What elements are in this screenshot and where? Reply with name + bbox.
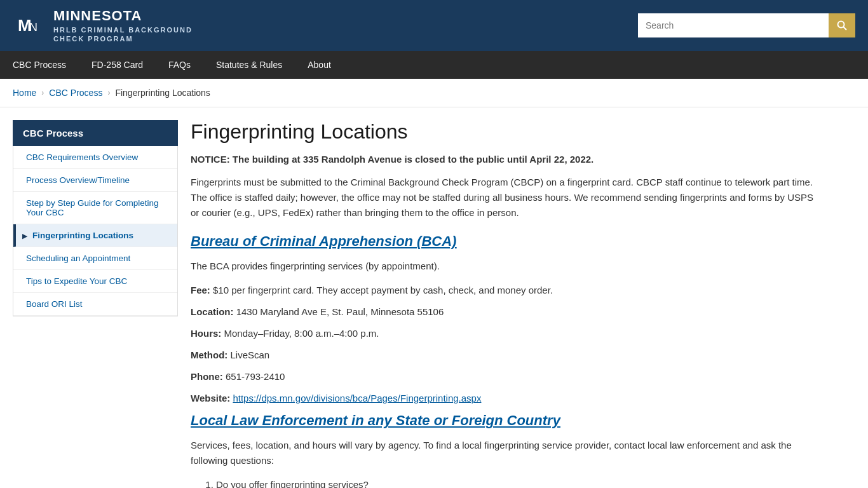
- page-title: Fingerprinting Locations: [191, 120, 813, 144]
- site-header: M N MINNESOTA HRLB CRIMINAL BACKGROUND C…: [0, 0, 868, 51]
- local-law-description: Services, fees, location, and hours will…: [191, 438, 813, 468]
- bca-hours: Hours: Monday–Friday, 8:00 a.m.–4:00 p.m…: [191, 326, 813, 341]
- search-icon: [837, 20, 847, 30]
- svg-point-3: [838, 22, 844, 28]
- sidebar-item-process-overview[interactable]: Process Overview/Timeline: [13, 169, 177, 192]
- agency-subtitle-line2: CHECK PROGRAM: [53, 34, 193, 43]
- logo-area: M N MINNESOTA HRLB CRIMINAL BACKGROUND C…: [13, 7, 193, 43]
- sidebar: CBC Process CBC Requirements Overview Pr…: [13, 120, 178, 488]
- svg-line-4: [844, 27, 847, 30]
- svg-text:N: N: [29, 21, 37, 34]
- list-item-1: Do you offer fingerprinting services?: [216, 477, 813, 488]
- search-button[interactable]: [829, 13, 855, 37]
- bca-method-label: Method:: [191, 349, 227, 360]
- local-law-heading[interactable]: Local Law Enforcement in any State or Fo…: [191, 412, 813, 429]
- intro-text: Fingerprints must be submitted to the Cr…: [191, 175, 813, 220]
- agency-subtitle-line1: HRLB CRIMINAL BACKGROUND: [53, 25, 193, 34]
- bca-hours-label: Hours:: [191, 328, 221, 339]
- search-area: [638, 13, 855, 37]
- sidebar-item-step-by-step[interactable]: Step by Step Guide for Completing Your C…: [13, 192, 177, 224]
- bca-description: The BCA provides fingerprinting services…: [191, 259, 813, 274]
- local-law-list: Do you offer fingerprinting services? Wh…: [216, 477, 813, 488]
- nav-item-faqs[interactable]: FAQs: [156, 51, 203, 79]
- main-content: Fingerprinting Locations NOTICE: The bui…: [191, 120, 813, 488]
- sidebar-item-scheduling[interactable]: Scheduling an Appointment: [13, 247, 177, 270]
- breadcrumb-home[interactable]: Home: [13, 88, 36, 98]
- bca-heading-link[interactable]: Bureau of Criminal Apprehension (BCA): [191, 233, 456, 249]
- local-law-section: Local Law Enforcement in any State or Fo…: [191, 412, 813, 488]
- agency-title: MINNESOTA: [53, 7, 193, 25]
- bca-website: Website: https://dps.mn.gov/divisions/bc…: [191, 391, 813, 406]
- search-input[interactable]: [638, 13, 829, 37]
- bca-location-value: 1430 Maryland Ave E, St. Paul, Minnesota…: [236, 306, 444, 317]
- bca-website-label: Website:: [191, 393, 230, 403]
- sidebar-item-tips[interactable]: Tips to Expedite Your CBC: [13, 270, 177, 293]
- bca-phone-value: 651-793-2410: [226, 371, 285, 382]
- bca-method-value: LiveScan: [231, 349, 270, 360]
- main-nav: CBC Process FD-258 Card FAQs Statutes & …: [0, 51, 868, 79]
- bca-location: Location: 1430 Maryland Ave E, St. Paul,…: [191, 304, 813, 320]
- nav-item-cbc-process[interactable]: CBC Process: [0, 51, 79, 79]
- breadcrumb-sep-1: ›: [41, 88, 44, 97]
- breadcrumb-current: Fingerprinting Locations: [115, 88, 210, 98]
- bca-phone-label: Phone:: [191, 371, 223, 382]
- bca-fee-text: $10 per fingerprint card. They accept pa…: [213, 285, 553, 295]
- bca-hours-value: Monday–Friday, 8:00 a.m.–4:00 p.m.: [224, 328, 379, 339]
- nav-item-statutes[interactable]: Statutes & Rules: [203, 51, 295, 79]
- agency-name: MINNESOTA HRLB CRIMINAL BACKGROUND CHECK…: [53, 7, 193, 43]
- bca-website-link[interactable]: https://dps.mn.gov/divisions/bca/Pages/F…: [233, 393, 481, 403]
- sidebar-menu: CBC Requirements Overview Process Overvi…: [13, 146, 178, 316]
- breadcrumb-sep-2: ›: [107, 88, 110, 97]
- sidebar-item-board-ori[interactable]: Board ORI List: [13, 293, 177, 316]
- nav-item-fd258[interactable]: FD-258 Card: [79, 51, 156, 79]
- sidebar-item-cbc-requirements[interactable]: CBC Requirements Overview: [13, 146, 177, 169]
- bca-phone: Phone: 651-793-2410: [191, 369, 813, 384]
- bca-fee-label: Fee:: [191, 285, 210, 295]
- bca-fee: Fee: $10 per fingerprint card. They acce…: [191, 283, 813, 298]
- notice-text: NOTICE: The building at 335 Randolph Ave…: [191, 154, 813, 165]
- bca-location-label: Location:: [191, 306, 234, 317]
- breadcrumb-level2[interactable]: CBC Process: [49, 88, 102, 98]
- bca-method: Method: LiveScan: [191, 348, 813, 363]
- sidebar-title: CBC Process: [13, 120, 178, 146]
- bca-heading[interactable]: Bureau of Criminal Apprehension (BCA): [191, 233, 813, 250]
- mn-logo-icon: M N: [13, 10, 44, 41]
- breadcrumb: Home › CBC Process › Fingerprinting Loca…: [0, 79, 868, 107]
- bca-section: Bureau of Criminal Apprehension (BCA) Th…: [191, 233, 813, 406]
- main-layout: CBC Process CBC Requirements Overview Pr…: [0, 107, 826, 488]
- local-law-heading-link[interactable]: Local Law Enforcement in any State or Fo…: [191, 412, 560, 428]
- sidebar-item-fingerprinting[interactable]: Fingerprinting Locations: [13, 224, 177, 247]
- nav-item-about[interactable]: About: [295, 51, 344, 79]
